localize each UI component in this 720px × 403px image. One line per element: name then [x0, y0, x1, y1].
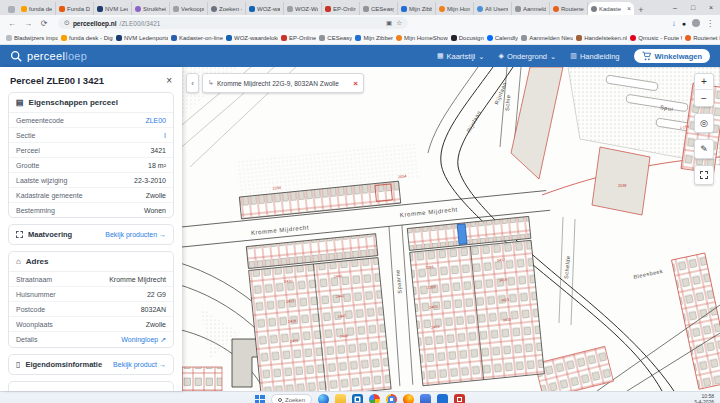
- chevron-down-icon: ⌄: [478, 52, 484, 61]
- copilot-icon[interactable]: [318, 394, 329, 403]
- bookmark-docusign[interactable]: Docusign: [451, 35, 484, 41]
- taskbar-clock[interactable]: 10:58 3-4-2026: [694, 394, 714, 403]
- property-row: Perceel3421: [9, 143, 173, 158]
- handleiding-button[interactable]: ▥Handleiding: [570, 52, 619, 61]
- locate-button[interactable]: ◎: [694, 113, 714, 133]
- app-header: perceelloep ▦Kaartstijl⌄ ◈Ondergrond⌄ ▥H…: [0, 45, 720, 67]
- kaartstijl-button[interactable]: ▦Kaartstijl⌄: [437, 52, 485, 61]
- tab-nvm[interactable]: NVM Leden: [94, 2, 132, 15]
- tab-verkooprapport[interactable]: Verkooprapp: [170, 2, 208, 15]
- windows-start-button[interactable]: [255, 395, 265, 403]
- svg-text:2453: 2453: [290, 339, 299, 344]
- tab-woz-waarde[interactable]: WOZ-Waardel: [284, 2, 322, 15]
- chrome-icon[interactable]: [386, 394, 397, 403]
- gemeentecode-link[interactable]: ZLE00: [145, 117, 166, 124]
- bookmark-star-icon[interactable]: ☆: [396, 19, 402, 27]
- nvm-favicon: [97, 6, 103, 12]
- bookmark-qmusic[interactable]: Qmusic - Foute Uur -...: [630, 35, 682, 41]
- locate-icon: ◎: [700, 118, 708, 128]
- photos-icon[interactable]: [369, 394, 380, 403]
- site-settings-icon[interactable]: ⊙: [64, 19, 70, 27]
- bookmark-ep-online[interactable]: EP-Online: [281, 35, 316, 41]
- map-search-input[interactable]: [217, 80, 350, 87]
- eigendom-card: ▯ Eigendomsinformatie Bekijk product →: [8, 354, 174, 375]
- bookmark-handelsteken[interactable]: Handelsteken.nl: [576, 35, 627, 41]
- bookmark-aanmelden[interactable]: Aanmelden Nieuwe K...: [521, 35, 573, 41]
- tab-struikheide[interactable]: Struikhei 1: [132, 2, 170, 15]
- minimize-button[interactable]: –: [666, 0, 684, 15]
- tab-zibber[interactable]: Mijn Zibbe: [398, 2, 436, 15]
- tab-close-icon[interactable]: ×: [627, 5, 631, 12]
- bookmark-kadaster[interactable]: Kadaster-on-line: [171, 35, 223, 41]
- reload-icon[interactable]: ⟳: [38, 19, 50, 28]
- bekijk-product-link[interactable]: Bekijk product →: [113, 361, 166, 368]
- firefox-icon[interactable]: [403, 394, 414, 403]
- bookmark-calendly[interactable]: Calendly: [487, 35, 518, 41]
- bookmark-import[interactable]: Bladwijzers importere...: [6, 35, 58, 41]
- tab-all-users[interactable]: All Users E: [474, 2, 512, 15]
- bookmark-zibber[interactable]: Mijn Zibber: [355, 35, 393, 41]
- new-tab-button[interactable]: +: [634, 5, 648, 15]
- winkelwagen-button[interactable]: Winkelwagen: [634, 49, 710, 63]
- sectie-link[interactable]: I: [164, 132, 166, 139]
- bookmark-nvm[interactable]: NVM Ledenportaal | N...: [116, 35, 168, 41]
- clear-search-icon[interactable]: ×: [353, 79, 358, 88]
- adres-card: ⌂Adres StraatnaamKromme Mijdrecht Huisnu…: [8, 251, 174, 348]
- address-bar[interactable]: ⊙ perceelloep.nl /ZLE00/I/3421 ▣ ☆: [58, 17, 408, 29]
- maximize-button[interactable]: □: [684, 0, 702, 15]
- tab-woz-waardeloket[interactable]: WOZ-waar: [246, 2, 284, 15]
- zibber-favicon: [355, 35, 361, 41]
- svg-text:2400: 2400: [429, 305, 438, 310]
- woningloep-link[interactable]: Woningloep ↗: [121, 336, 166, 344]
- panel-close-icon[interactable]: ×: [166, 75, 172, 86]
- tab-funda[interactable]: Funda Des: [56, 2, 94, 15]
- pinned-tab[interactable]: [4, 3, 18, 15]
- bookmark-routenet[interactable]: Routenet Routeplanner: [685, 35, 720, 41]
- panel-collapse-button[interactable]: ‹: [186, 73, 199, 93]
- acrobat-icon[interactable]: [454, 394, 465, 403]
- tab-homeshow[interactable]: Mijn Home: [436, 2, 474, 15]
- select-area-button[interactable]: [694, 165, 714, 185]
- map-search-bar[interactable]: ↳ ×: [202, 73, 364, 93]
- extension-icon[interactable]: ●: [682, 20, 686, 27]
- map-canvas[interactable]: Kromme Mijdrecht Kromme Mijdrecht Spaarn…: [182, 67, 720, 391]
- svg-text:2438: 2438: [288, 319, 297, 324]
- draw-button[interactable]: ✎: [694, 139, 714, 159]
- picture-in-picture-icon[interactable]: ▣: [386, 19, 392, 27]
- selected-parcel-3421[interactable]: [457, 224, 467, 245]
- homeshow-favicon: [396, 35, 402, 41]
- docs-app-icon[interactable]: [437, 394, 448, 403]
- bookmark-funda[interactable]: funda desk - Digimak...: [61, 35, 113, 41]
- lock-favicon: [319, 35, 325, 41]
- bookmark-ceseasy[interactable]: CESeasy: [319, 35, 352, 41]
- mic-favicon: [515, 6, 521, 12]
- app-logo[interactable]: perceelloep: [10, 50, 87, 63]
- bookmark-homeshow[interactable]: Mijn HomeShow: [396, 35, 448, 41]
- bekijk-producten-link[interactable]: Bekijk producten →: [105, 231, 166, 238]
- download-icon[interactable]: ↓: [672, 19, 676, 28]
- browser-menu-icon[interactable]: ⋮: [706, 19, 714, 28]
- bookmark-woz[interactable]: WOZ-waardeloket: [226, 35, 278, 41]
- back-icon[interactable]: ←: [6, 19, 18, 28]
- parcel-block-b: [407, 216, 544, 385]
- close-window-button[interactable]: ×: [702, 0, 720, 15]
- tab-routenet[interactable]: Routenet F: [550, 2, 588, 15]
- window-controls: – □ ×: [666, 0, 720, 15]
- tab-funda-desk[interactable]: funda desk: [18, 2, 56, 15]
- tab-ceseasy[interactable]: CESeasy: [360, 2, 398, 15]
- zoom-in-button[interactable]: +: [694, 74, 714, 90]
- profile-avatar[interactable]: [692, 19, 700, 27]
- zoom-out-button[interactable]: −: [694, 90, 714, 106]
- microsoft-store-icon[interactable]: [352, 394, 363, 403]
- calculator-icon[interactable]: [420, 394, 431, 403]
- tab-ep-online[interactable]: EP-Online: [322, 2, 360, 15]
- taskbar-search[interactable]: Zoeken: [271, 394, 312, 403]
- tab-zoeken[interactable]: Zoeken - G: [208, 2, 246, 15]
- file-explorer-icon[interactable]: [335, 394, 346, 403]
- forward-icon[interactable]: →: [22, 19, 34, 28]
- parcel-block-sw: [182, 367, 222, 391]
- home-icon: ⌂: [16, 257, 21, 266]
- tab-aanmelden[interactable]: Aanmelder: [512, 2, 550, 15]
- tab-kadaster-active[interactable]: Kadaste×: [588, 2, 634, 15]
- ondergrond-button[interactable]: ◈Ondergrond⌄: [499, 52, 557, 61]
